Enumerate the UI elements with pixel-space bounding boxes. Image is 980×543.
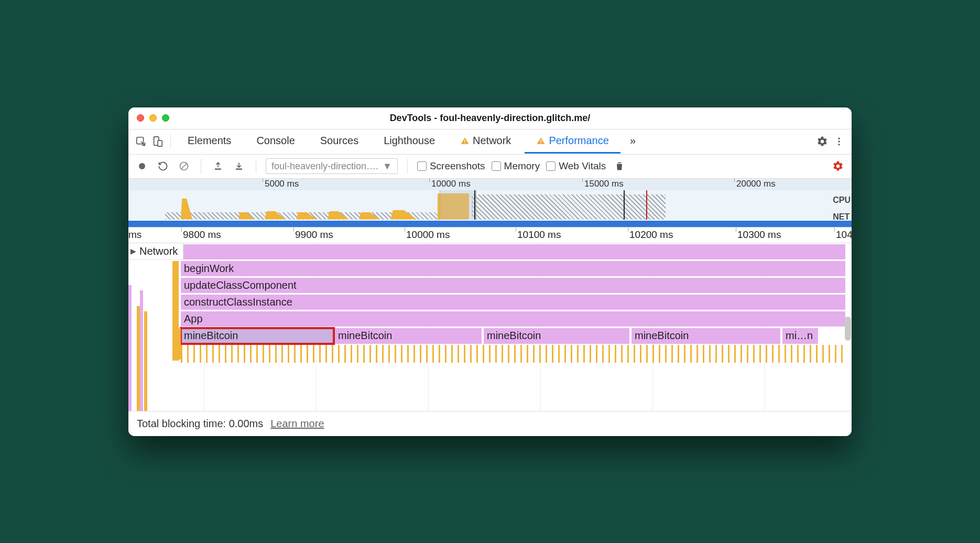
overview-label-net: NET xyxy=(833,212,851,222)
flame-frame-label: mi…n xyxy=(786,330,813,342)
separator xyxy=(256,159,256,173)
flame-frame-label: constructClassInstance xyxy=(184,296,292,308)
footer-bar: Total blocking time: 0.00ms Learn more xyxy=(128,411,852,436)
overview-selection[interactable] xyxy=(440,190,476,220)
checkbox-icon xyxy=(492,161,501,171)
separator xyxy=(201,159,201,173)
performance-toolbar: foul-heavenly-direction…. ▼ Screenshots … xyxy=(128,155,852,179)
minimize-window-button[interactable] xyxy=(149,114,157,122)
memory-checkbox[interactable]: Memory xyxy=(492,160,540,172)
flame-frame-beginwork[interactable]: beginWork xyxy=(181,261,845,277)
svg-rect-4 xyxy=(464,143,465,144)
learn-more-link[interactable]: Learn more xyxy=(270,418,324,430)
overview-label-cpu: CPU xyxy=(833,196,851,205)
flame-frame-label: beginWork xyxy=(184,263,234,275)
flame-frame-constructclassinstance[interactable]: constructClassInstance xyxy=(181,295,845,310)
ruler-tick: 9900 ms xyxy=(295,229,333,241)
overview-marker xyxy=(624,190,625,220)
close-window-button[interactable] xyxy=(137,114,144,122)
flame-frame-minebitcoin[interactable]: mineBitcoin xyxy=(335,328,483,344)
tab-console[interactable]: Console xyxy=(245,129,306,154)
network-track-header[interactable]: ▶ Network xyxy=(128,243,183,260)
svg-rect-5 xyxy=(541,139,542,142)
ruler-tick: 9800 ms xyxy=(183,229,221,241)
flame-frame-label: mineBitcoin xyxy=(184,330,238,342)
network-track-label: Network xyxy=(139,245,178,257)
total-blocking-time-label: Total blocking time: 0.00ms xyxy=(137,418,263,430)
tab-elements[interactable]: Elements xyxy=(176,129,243,154)
tab-sources[interactable]: Sources xyxy=(309,129,370,154)
tab-lighthouse[interactable]: Lighthouse xyxy=(372,129,447,154)
overview-tick: 5000 ms xyxy=(265,179,299,189)
tab-performance[interactable]: Performance xyxy=(525,129,620,154)
detail-ruler[interactable]: ms 9800 ms 9900 ms 10000 ms 10100 ms 102… xyxy=(128,227,852,243)
capture-settings-gear-icon[interactable] xyxy=(831,159,845,173)
flame-frame-label: mineBitcoin xyxy=(487,330,541,342)
traffic-lights xyxy=(137,114,169,122)
clear-icon[interactable] xyxy=(177,159,191,173)
ruler-tick: 10300 ms xyxy=(737,229,781,241)
flame-frame-label: updateClassComponent xyxy=(184,279,297,291)
overview-marker xyxy=(474,190,475,220)
svg-rect-2 xyxy=(158,140,162,146)
svg-point-8 xyxy=(838,140,840,142)
zoom-window-button[interactable] xyxy=(162,114,169,122)
flame-frame-label: mineBitcoin xyxy=(635,330,689,342)
overview-tick: 15000 ms xyxy=(584,179,624,189)
flame-frame-app[interactable]: App xyxy=(181,311,845,327)
ruler-tick: 104 xyxy=(836,229,852,241)
warning-icon xyxy=(460,136,470,146)
flame-frame-label: mineBitcoin xyxy=(338,330,392,342)
overview-tick: 20000 ms xyxy=(736,179,776,189)
flame-frame-minebitcoin-selected[interactable]: mineBitcoin xyxy=(181,328,334,344)
flame-frame-updateclasscomponent[interactable]: updateClassComponent xyxy=(181,278,845,294)
panel-tabs: Elements Console Sources Lighthouse Netw… xyxy=(128,129,852,155)
web-vitals-checkbox[interactable]: Web Vitals xyxy=(546,160,606,172)
save-profile-icon[interactable] xyxy=(232,159,246,173)
flame-frame-minebitcoin[interactable]: mineBitcoin xyxy=(484,328,630,344)
delete-icon[interactable] xyxy=(612,159,627,173)
svg-rect-6 xyxy=(541,143,542,144)
overview-ticks: 5000 ms 10000 ms 15000 ms 20000 ms xyxy=(128,179,852,190)
flame-chart[interactable]: ▶ Network performUnitOfWork beginWork up… xyxy=(128,243,852,411)
svg-point-10 xyxy=(139,163,145,169)
svg-rect-12 xyxy=(215,169,221,170)
kebab-menu-icon[interactable] xyxy=(832,134,846,149)
overview-marker xyxy=(646,190,647,220)
overview-tick: 10000 ms xyxy=(431,179,471,189)
separator xyxy=(407,159,408,173)
overview-net xyxy=(128,220,852,227)
ruler-tick: 10100 ms xyxy=(517,229,561,241)
flame-frame-minebitcoin[interactable]: mi…n xyxy=(782,328,819,344)
overview-timeline[interactable]: 5000 ms 10000 ms 15000 ms 20000 ms xyxy=(128,179,852,227)
warning-icon xyxy=(536,136,546,146)
titlebar: DevTools - foul-heavenly-direction.glitc… xyxy=(128,107,852,129)
tabs-overflow-button[interactable]: » xyxy=(623,129,643,154)
ruler-tick: 10200 ms xyxy=(629,229,673,241)
svg-point-7 xyxy=(838,138,840,139)
ruler-tick: ms xyxy=(128,229,141,241)
overview-labels: CPU NET xyxy=(833,196,851,222)
load-profile-icon[interactable] xyxy=(211,159,225,173)
reload-icon[interactable] xyxy=(156,159,170,173)
svg-rect-13 xyxy=(236,169,242,170)
disclosure-triangle-icon: ▶ xyxy=(130,247,136,255)
checkbox-icon xyxy=(546,161,556,171)
profile-dropdown[interactable]: foul-heavenly-direction…. ▼ xyxy=(266,158,398,174)
left-slivers xyxy=(128,243,148,411)
checkbox-icon xyxy=(417,161,427,171)
devtools-window: DevTools - foul-heavenly-direction.glitc… xyxy=(128,107,852,436)
overview-cpu xyxy=(128,190,852,220)
svg-point-9 xyxy=(838,144,840,145)
window-title: DevTools - foul-heavenly-direction.glitc… xyxy=(390,113,591,124)
record-button-icon[interactable] xyxy=(135,159,149,173)
vertical-scrollbar-thumb[interactable] xyxy=(845,317,851,341)
device-toolbar-icon[interactable] xyxy=(150,134,165,149)
flame-frame-label: App xyxy=(184,313,203,325)
screenshots-checkbox[interactable]: Screenshots xyxy=(417,160,485,172)
flame-frame-minebitcoin[interactable]: mineBitcoin xyxy=(631,328,781,344)
inspect-element-icon[interactable] xyxy=(134,134,148,149)
tab-network[interactable]: Network xyxy=(449,129,522,154)
settings-gear-icon[interactable] xyxy=(815,134,830,149)
svg-rect-3 xyxy=(464,139,465,142)
